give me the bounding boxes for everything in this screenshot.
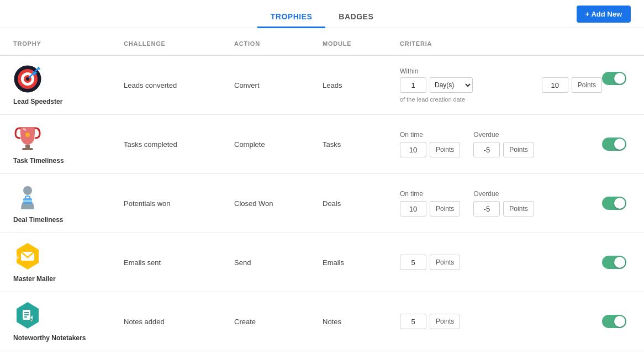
module-lead-speedster: Leads (323, 81, 400, 89)
on-time-label-1: On time (400, 131, 460, 139)
svg-point-12 (23, 186, 32, 195)
trophy-cell-noteworthy: Noteworthy Notetakers (13, 301, 124, 342)
trophy-cell-deal-timeliness: Deal Timeliness (13, 183, 124, 224)
trophy-name-lead-speedster: Lead Speedster (13, 98, 62, 105)
toggle-task-timeliness[interactable] (602, 138, 626, 151)
col-action: ACTION (234, 40, 323, 47)
trophy-name-noteworthy: Noteworthy Notetakers (13, 334, 86, 342)
trophy-icon-master-mailer (13, 242, 42, 271)
table-row: Noteworthy Notetakers Notes added Create… (0, 292, 644, 351)
overdue-points-btn[interactable]: Points (503, 142, 534, 157)
add-new-button[interactable]: + Add New (577, 6, 631, 23)
toggle-master-mailer[interactable] (602, 256, 626, 269)
criteria-lead-speedster: Within 1 Day(s) Week(s) Month(s) of the … (400, 67, 631, 103)
challenge-lead-speedster: Leads converted (124, 81, 234, 89)
lead-subtext: of the lead creation date (400, 96, 529, 103)
svg-marker-8 (37, 66, 40, 70)
col-challenge: CHALLENGE (124, 40, 234, 47)
overdue-points-input-2[interactable] (473, 201, 500, 216)
overdue-label-2: Overdue (473, 190, 534, 198)
table-row: Master Mailer Emails sent Send Emails Po… (0, 233, 644, 292)
points-btn-5[interactable]: Points (430, 314, 460, 329)
svg-rect-9 (25, 145, 30, 148)
on-time-points-btn-2[interactable]: Points (430, 201, 460, 216)
within-inputs: 1 Day(s) Week(s) Month(s) (400, 77, 529, 93)
challenge-master-mailer: Emails sent (124, 258, 234, 267)
criteria-task-timeliness: On time Points Overdue Points (400, 131, 631, 157)
action-lead-speedster: Convert (234, 81, 323, 89)
main-container: TROPHIES BADGES + Add New TROPHY CHALLEN… (0, 0, 644, 354)
table-row: Deal Timeliness Potentials won Closed Wo… (0, 174, 644, 233)
within-value-input[interactable]: 1 (400, 77, 426, 93)
overdue-label-1: Overdue (473, 131, 534, 139)
trophy-icon-task-timeliness (13, 124, 42, 152)
points-value-input-4[interactable] (400, 255, 426, 270)
overdue-points-btn-2[interactable]: Points (503, 201, 534, 216)
module-task-timeliness: Tasks (323, 140, 400, 149)
table-row: Lead Speedster Leads converted Convert L… (0, 56, 644, 115)
trophy-cell-task-timeliness: Task Timeliness (13, 124, 124, 165)
challenge-deal-timeliness: Potentials won (124, 199, 234, 208)
tabs-header: TROPHIES BADGES + Add New (0, 0, 644, 28)
on-time-label-2: On time (400, 190, 460, 198)
col-trophy: TROPHY (13, 40, 124, 47)
trophy-name-master-mailer: Master Mailer (13, 275, 56, 283)
points-btn-4[interactable]: Points (430, 255, 460, 270)
criteria-master-mailer: Points (400, 255, 631, 270)
points-value-input[interactable] (542, 77, 568, 93)
toggle-noteworthy[interactable] (602, 315, 626, 328)
action-master-mailer: Send (234, 258, 323, 267)
trophy-name-task-timeliness: Task Timeliness (13, 157, 64, 165)
toggle-deal-timeliness[interactable] (602, 197, 626, 210)
challenge-noteworthy: Notes added (124, 318, 234, 326)
action-deal-timeliness: Closed Won (234, 199, 323, 208)
action-noteworthy: Create (234, 318, 323, 326)
tab-badges[interactable]: BADGES (325, 7, 387, 28)
on-time-points-input-2[interactable] (400, 201, 426, 216)
col-criteria: CRITERIA (400, 40, 631, 47)
trophy-cell-lead-speedster: Lead Speedster (13, 65, 124, 105)
trophy-icon-lead-speedster (13, 65, 42, 93)
criteria-deal-timeliness: On time Points Overdue Points (400, 190, 631, 216)
overdue-points-input[interactable] (473, 142, 500, 157)
within-label: Within (400, 67, 529, 75)
challenge-task-timeliness: Tasks completed (124, 140, 234, 149)
toggle-lead-speedster[interactable] (602, 72, 626, 85)
points-value-input-5[interactable] (400, 314, 426, 329)
criteria-noteworthy: Points (400, 314, 631, 329)
action-task-timeliness: Complete (234, 140, 323, 149)
svg-rect-10 (22, 148, 33, 150)
tab-trophies[interactable]: TROPHIES (257, 7, 326, 28)
module-noteworthy: Notes (323, 318, 400, 326)
svg-point-11 (25, 133, 30, 137)
module-master-mailer: Emails (323, 258, 400, 267)
points-btn[interactable]: Points (572, 77, 602, 93)
module-deal-timeliness: Deals (323, 199, 400, 208)
on-time-points-input[interactable] (400, 142, 426, 157)
trophy-icon-deal-timeliness (13, 183, 42, 212)
col-module: MODULE (323, 40, 400, 47)
table-row: Task Timeliness Tasks completed Complete… (0, 115, 644, 174)
trophy-cell-master-mailer: Master Mailer (13, 242, 124, 283)
on-time-points-btn[interactable]: Points (430, 142, 460, 157)
trophy-name-deal-timeliness: Deal Timeliness (13, 216, 64, 224)
table-header: TROPHY CHALLENGE ACTION MODULE CRITERIA (0, 33, 644, 56)
trophy-icon-noteworthy (13, 301, 42, 330)
within-unit-select[interactable]: Day(s) Week(s) Month(s) (430, 77, 473, 93)
